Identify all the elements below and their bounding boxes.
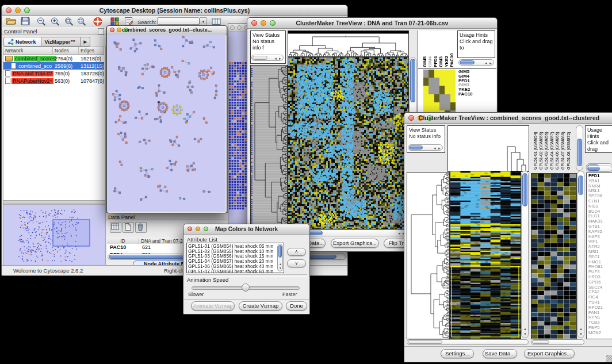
heatmap-vscrollbar[interactable]: ▲▼ — [521, 171, 529, 338]
heatmap-main[interactable] — [450, 171, 521, 339]
dialog-titlebar[interactable]: Map Colors to Network — [183, 224, 309, 235]
done-button[interactable]: Done — [286, 301, 307, 311]
move-down-button[interactable]: ∨ — [287, 259, 306, 267]
row-dendrogram[interactable] — [407, 172, 450, 339]
matrix-cell[interactable] — [423, 78, 429, 86]
help-lifesaver-icon[interactable] — [93, 17, 104, 26]
main-titlebar[interactable]: Cytoscape Desktop (Session Name: collins… — [2, 5, 347, 16]
matrix-cell[interactable] — [450, 94, 456, 102]
network-overview[interactable] — [3, 204, 106, 266]
matrix-cell[interactable] — [434, 102, 439, 110]
scroll-thumb[interactable] — [409, 145, 423, 150]
matrix-cell[interactable] — [434, 78, 439, 86]
delete-attribute-icon[interactable] — [135, 222, 147, 233]
zoom-fit-icon[interactable] — [64, 17, 75, 26]
settings-button[interactable]: Settings... — [441, 349, 474, 358]
matrix-cell[interactable] — [429, 70, 434, 78]
col-nodes[interactable]: Nodes — [53, 47, 79, 54]
speed-slider-thumb[interactable] — [242, 283, 250, 292]
heatmap-main[interactable] — [288, 57, 409, 229]
matrix-cell[interactable] — [445, 94, 450, 102]
row-dendrogram[interactable] — [250, 65, 288, 229]
tab-network[interactable]: Network — [3, 37, 41, 47]
vscroll-thumb[interactable] — [410, 59, 415, 102]
matrix-cell[interactable] — [445, 70, 450, 78]
zoom-selected-icon[interactable] — [76, 17, 88, 26]
matrix-cell[interactable] — [450, 78, 456, 86]
matrix-cell[interactable] — [429, 102, 434, 110]
open-session-button[interactable] — [5, 17, 17, 26]
attribute-list-scrollbar[interactable]: ▲ ▼ — [277, 244, 283, 271]
tab-overflow-button[interactable]: ▶ — [81, 37, 90, 47]
resize-grip[interactable] — [606, 355, 612, 362]
scroll-thumb[interactable] — [278, 245, 282, 258]
heatmap-zoom[interactable] — [531, 173, 577, 339]
float-panel-icon[interactable] — [98, 28, 104, 35]
network-window-titlebar[interactable]: combined_scores_good.txt--cluste... — [107, 26, 227, 35]
search-dropdown-button[interactable]: ▼ — [200, 17, 207, 26]
save-session-button[interactable] — [20, 17, 32, 26]
matrix-cell[interactable] — [423, 86, 429, 94]
matrix-cell[interactable] — [450, 86, 456, 94]
network-canvas[interactable] — [107, 35, 225, 212]
save-data-button[interactable]: Save Data... — [483, 349, 517, 358]
matrix-cell[interactable] — [445, 86, 450, 94]
attribute-list[interactable]: GPL51-01 (GSM854) heat shock 05 minGPL51… — [186, 243, 284, 273]
zoom-in-icon[interactable] — [50, 17, 62, 26]
matrix-cell[interactable] — [445, 102, 450, 110]
gene-label[interactable]: MON2 — [588, 331, 612, 336]
matrix-cell[interactable] — [445, 78, 450, 86]
scroll-thumb[interactable] — [532, 340, 549, 344]
scroll-thumb[interactable] — [587, 167, 600, 171]
genelist-hscrollbar[interactable] — [586, 166, 612, 172]
matrix-cell[interactable] — [450, 102, 456, 110]
network-row[interactable]: combined_scores 2764(0) 16218(0) — [3, 55, 104, 62]
column-dendrogram[interactable] — [288, 30, 409, 57]
zoom-vscrollbar[interactable]: ▲▼ — [577, 171, 584, 338]
zoom-out-icon[interactable] — [36, 17, 48, 26]
tab-vizmapper[interactable]: VizMapper™ — [41, 37, 81, 47]
network-row[interactable]: combined_sco 2569(6) 13112(15) — [3, 62, 104, 70]
labels-vscrollbar[interactable] — [576, 125, 583, 171]
matrix-cell[interactable] — [439, 78, 445, 86]
matrix-cell[interactable] — [423, 94, 429, 102]
search-input[interactable] — [157, 17, 200, 25]
attribute-item[interactable]: GPL51-07 (GSM868) heat shock 60 min — [188, 269, 282, 273]
export-graphics-button[interactable]: Export Graphics... — [331, 239, 379, 248]
export-graphics-button[interactable]: Export Graphics... — [524, 349, 575, 358]
treeview1-titlebar[interactable]: ClusterMaker TreeView : DNA and Tran 07-… — [247, 18, 497, 29]
network-row[interactable]: DNA and Tran 07 769(0) 183728(0) — [3, 70, 104, 77]
minimize-button[interactable] — [237, 25, 242, 30]
vscroll-thumb[interactable] — [577, 139, 582, 166]
usage-scrollbar[interactable]: ◄► — [458, 59, 494, 66]
matrix-cell[interactable] — [450, 70, 456, 78]
network-row[interactable]: RNAPuberNov2+ 563(0) 107847(0) — [3, 77, 104, 85]
scroll-thumb[interactable] — [408, 340, 442, 344]
matrix-cell[interactable] — [429, 94, 434, 102]
bottom-hscrollbar-right[interactable] — [531, 339, 584, 345]
dense-network-grid[interactable] — [228, 61, 248, 210]
matrix-cell[interactable] — [434, 94, 439, 102]
vscroll-thumb[interactable] — [578, 175, 583, 195]
zoom-heatmap-matrix[interactable] — [423, 70, 456, 118]
treeview2-titlebar[interactable]: ClusterMaker TreeView : combined_scores_… — [404, 113, 612, 124]
matrix-cell[interactable] — [439, 102, 445, 110]
matrix-cell[interactable] — [429, 78, 434, 86]
matrix-cell[interactable] — [434, 70, 439, 78]
matrix-cell[interactable] — [434, 86, 439, 94]
matrix-cell[interactable] — [439, 70, 445, 78]
scroll-thumb[interactable] — [253, 56, 267, 60]
view-status-scrollbar[interactable]: ◄► — [251, 55, 284, 61]
view-status-scrollbar[interactable]: ◄► — [408, 144, 443, 151]
animate-vizmap-button[interactable]: Animate Vizmap — [191, 301, 235, 311]
matrix-cell[interactable] — [423, 102, 429, 110]
col-edges[interactable]: Edges — [79, 47, 104, 54]
matrix-cell[interactable] — [423, 70, 429, 78]
bottom-hscrollbar-left[interactable] — [407, 339, 529, 345]
matrix-cell[interactable] — [429, 86, 434, 94]
vscroll-thumb[interactable] — [522, 173, 527, 206]
create-vizmap-button[interactable]: Create Vizmap — [239, 301, 282, 311]
matrix-cell[interactable] — [439, 86, 445, 94]
background-window-titlebar[interactable] — [228, 24, 248, 32]
move-up-button[interactable]: ∧ — [287, 248, 306, 256]
